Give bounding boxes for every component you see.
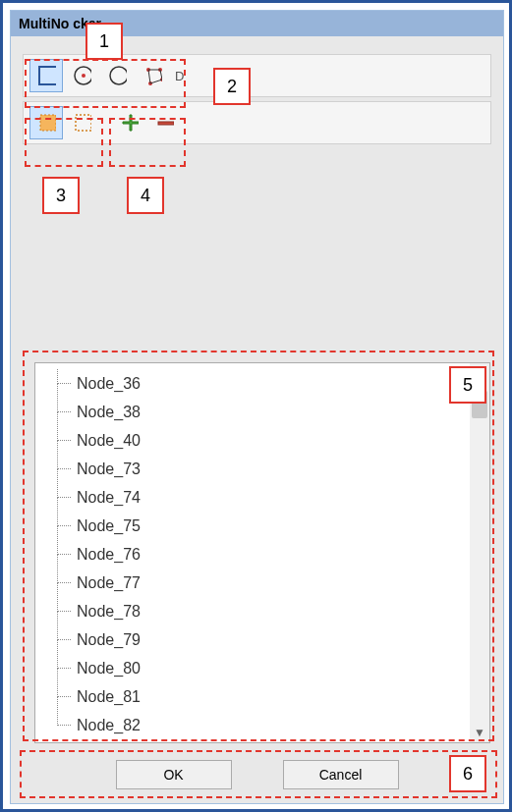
tree-item[interactable]: Node_75 <box>53 512 489 540</box>
select-outside-icon <box>72 111 91 135</box>
title-bar[interactable]: MultiNo cker <box>11 11 503 36</box>
tree-item[interactable]: Node_74 <box>53 483 489 512</box>
select-inside-icon <box>36 111 56 135</box>
select-outside-tool[interactable] <box>65 106 98 139</box>
circle-icon <box>107 64 127 87</box>
svg-rect-8 <box>40 115 56 131</box>
toolbar-panel: D <box>23 54 491 144</box>
select-inside-tool[interactable] <box>29 106 63 139</box>
toolbar1-label: D <box>175 69 184 83</box>
tree-item[interactable]: Node_81 <box>53 682 489 711</box>
polygon-icon <box>142 64 162 87</box>
svg-rect-9 <box>76 115 91 131</box>
tree-item[interactable]: Node_79 <box>53 625 489 654</box>
tree-item[interactable]: Node_78 <box>53 597 489 625</box>
window-title: MultiNo cker <box>19 16 101 31</box>
dialog-window: MultiNo cker D <box>10 10 504 804</box>
tree-item[interactable]: Node_77 <box>53 568 489 597</box>
tree-item[interactable]: Node_38 <box>53 398 489 426</box>
toolbar-row-2 <box>23 101 491 144</box>
ok-button[interactable]: OK <box>116 760 232 789</box>
svg-rect-10 <box>158 122 174 125</box>
node-tree[interactable]: Node_36Node_38Node_40Node_73Node_74Node_… <box>34 362 490 743</box>
toolbar-row-1: D <box>23 54 491 97</box>
tree-item[interactable]: Node_36 <box>53 369 489 398</box>
circle-point-tool[interactable] <box>65 59 98 92</box>
cancel-button[interactable]: Cancel <box>283 760 399 789</box>
tree-list: Node_36Node_38Node_40Node_73Node_74Node_… <box>35 363 489 739</box>
minus-icon <box>154 111 174 135</box>
circle-outline-tool[interactable] <box>100 59 134 92</box>
rect-icon <box>36 64 56 87</box>
plus-icon <box>119 111 139 135</box>
scroll-thumb[interactable] <box>472 391 487 418</box>
tree-item[interactable]: Node_73 <box>53 455 489 483</box>
scroll-down-icon[interactable]: ▼ <box>472 725 487 740</box>
tree-item[interactable]: Node_82 <box>53 711 489 739</box>
circle-point-icon <box>72 64 91 87</box>
remove-tool[interactable] <box>147 106 181 139</box>
tree-item[interactable]: Node_40 <box>53 426 489 455</box>
tree-item[interactable]: Node_76 <box>53 540 489 568</box>
svg-point-3 <box>110 67 127 84</box>
tree-item[interactable]: Node_80 <box>53 654 489 682</box>
polygon-tool[interactable] <box>136 59 169 92</box>
add-tool[interactable] <box>112 106 145 139</box>
svg-rect-0 <box>39 67 56 84</box>
scrollbar[interactable]: ▼ <box>470 363 489 742</box>
button-row: OK Cancel <box>11 760 503 789</box>
svg-point-2 <box>82 74 85 78</box>
rect-select-tool[interactable] <box>29 59 63 92</box>
